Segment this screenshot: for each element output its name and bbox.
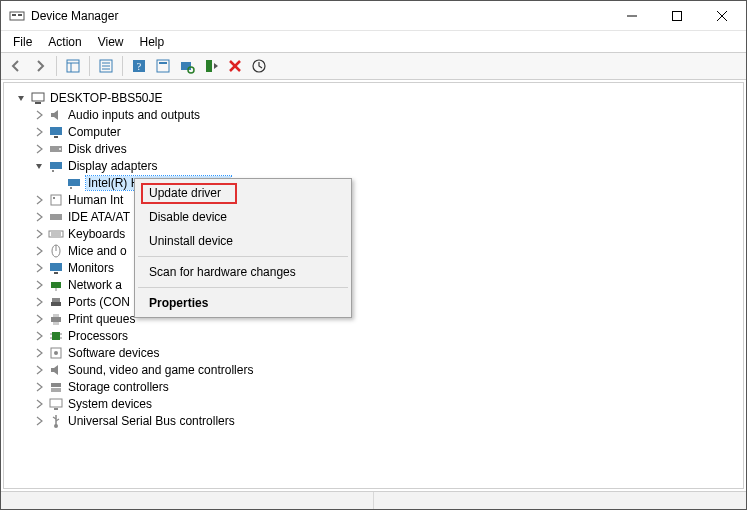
tree-item-usb[interactable]: Universal Serial Bus controllers	[14, 412, 741, 429]
device-tree[interactable]: DESKTOP-BBS50JE Audio inputs and outputs…	[6, 87, 741, 429]
context-menu-properties[interactable]: Properties	[137, 291, 349, 315]
svg-rect-26	[50, 127, 62, 135]
chevron-down-icon[interactable]	[14, 91, 28, 105]
svg-rect-25	[35, 102, 41, 104]
tree-item-processors[interactable]: Processors	[14, 327, 741, 344]
tree-item-ports[interactable]: Ports (CON	[14, 293, 741, 310]
speaker-icon	[48, 362, 64, 378]
svg-rect-58	[51, 383, 61, 387]
tree-item-label: Monitors	[68, 261, 114, 275]
tree-item-storage[interactable]: Storage controllers	[14, 378, 741, 395]
tree-item-sound[interactable]: Sound, video and game controllers	[14, 361, 741, 378]
cpu-icon	[48, 328, 64, 344]
svg-rect-35	[53, 197, 55, 199]
tree-item-label: Audio inputs and outputs	[68, 108, 200, 122]
tree-item-hid[interactable]: Human Int	[14, 191, 741, 208]
menu-action[interactable]: Action	[40, 33, 89, 51]
minimize-button[interactable]	[609, 1, 654, 30]
tree-item-printqueues[interactable]: Print queues	[14, 310, 741, 327]
forward-button[interactable]	[29, 55, 51, 77]
tree-item-label: System devices	[68, 397, 152, 411]
context-menu: Update driver Disable device Uninstall d…	[134, 178, 352, 318]
toolbar-separator	[56, 56, 57, 76]
tree-root-label: DESKTOP-BBS50JE	[50, 91, 163, 105]
tree-item-label: Keyboards	[68, 227, 125, 241]
svg-rect-43	[54, 272, 58, 274]
update-driver-button[interactable]	[248, 55, 270, 77]
back-button[interactable]	[5, 55, 27, 77]
svg-rect-16	[157, 60, 169, 72]
tree-item-display-child[interactable]: Intel(R) HD Graphics 4600	[14, 174, 741, 191]
tree-item-keyboards[interactable]: Keyboards	[14, 225, 741, 242]
statusbar-pane	[1, 492, 374, 510]
tree-item-network[interactable]: Network a	[14, 276, 741, 293]
svg-rect-1	[12, 14, 16, 16]
app-icon	[9, 8, 25, 24]
chevron-right-icon[interactable]	[32, 312, 46, 326]
chevron-right-icon[interactable]	[32, 210, 46, 224]
tree-item-computer[interactable]: Computer	[14, 123, 741, 140]
hid-icon	[48, 192, 64, 208]
svg-rect-32	[68, 179, 80, 186]
tree-root[interactable]: DESKTOP-BBS50JE	[14, 89, 741, 106]
tree-item-disk[interactable]: Disk drives	[14, 140, 741, 157]
tree-item-label: Storage controllers	[68, 380, 169, 394]
menu-view[interactable]: View	[90, 33, 132, 51]
menu-file[interactable]: File	[5, 33, 40, 51]
add-legacy-button[interactable]	[200, 55, 222, 77]
chevron-right-icon[interactable]	[32, 414, 46, 428]
chevron-right-icon[interactable]	[32, 397, 46, 411]
tree-item-label: Universal Serial Bus controllers	[68, 414, 235, 428]
svg-rect-7	[67, 60, 79, 72]
maximize-button[interactable]	[654, 1, 699, 30]
chevron-right-icon[interactable]	[32, 380, 46, 394]
tree-item-display[interactable]: Display adapters	[14, 157, 741, 174]
chevron-down-icon[interactable]	[32, 159, 46, 173]
printer-icon	[48, 311, 64, 327]
chevron-right-icon[interactable]	[32, 295, 46, 309]
chevron-right-icon[interactable]	[32, 244, 46, 258]
chevron-right-icon[interactable]	[32, 261, 46, 275]
properties-button[interactable]	[95, 55, 117, 77]
scan-hardware-button[interactable]	[176, 55, 198, 77]
tree-item-system[interactable]: System devices	[14, 395, 741, 412]
chevron-right-icon[interactable]	[32, 227, 46, 241]
chevron-right-icon[interactable]	[32, 329, 46, 343]
port-icon	[48, 294, 64, 310]
close-button[interactable]	[699, 1, 744, 30]
action-button[interactable]	[152, 55, 174, 77]
tree-item-monitors[interactable]: Monitors	[14, 259, 741, 276]
tree-item-label: Computer	[68, 125, 121, 139]
chevron-right-icon[interactable]	[32, 363, 46, 377]
usb-icon	[48, 413, 64, 429]
uninstall-button[interactable]	[224, 55, 246, 77]
chevron-right-icon[interactable]	[32, 346, 46, 360]
svg-rect-2	[18, 14, 22, 16]
menu-help[interactable]: Help	[132, 33, 173, 51]
display-adapter-icon	[66, 175, 82, 191]
chevron-right-icon[interactable]	[32, 125, 46, 139]
chevron-right-icon[interactable]	[32, 193, 46, 207]
svg-rect-27	[54, 136, 58, 138]
chevron-right-icon[interactable]	[32, 142, 46, 156]
show-hide-tree-button[interactable]	[62, 55, 84, 77]
context-menu-disable-device[interactable]: Disable device	[137, 205, 349, 229]
svg-rect-44	[51, 282, 61, 288]
chevron-right-icon[interactable]	[32, 108, 46, 122]
context-menu-uninstall-device[interactable]: Uninstall device	[137, 229, 349, 253]
system-icon	[48, 396, 64, 412]
tree-item-audio[interactable]: Audio inputs and outputs	[14, 106, 741, 123]
svg-rect-49	[53, 314, 59, 317]
tree-item-label: Processors	[68, 329, 128, 343]
chevron-right-icon[interactable]	[32, 278, 46, 292]
speaker-icon	[48, 107, 64, 123]
context-menu-scan-hardware[interactable]: Scan for hardware changes	[137, 260, 349, 284]
tree-item-software[interactable]: Software devices	[14, 344, 741, 361]
context-menu-update-driver[interactable]: Update driver	[137, 181, 349, 205]
svg-rect-36	[50, 214, 62, 220]
tree-item-ide[interactable]: IDE ATA/AT	[14, 208, 741, 225]
help-button[interactable]: ?	[128, 55, 150, 77]
svg-point-57	[54, 351, 58, 355]
tree-item-mice[interactable]: Mice and o	[14, 242, 741, 259]
toolbar: ?	[1, 52, 746, 80]
